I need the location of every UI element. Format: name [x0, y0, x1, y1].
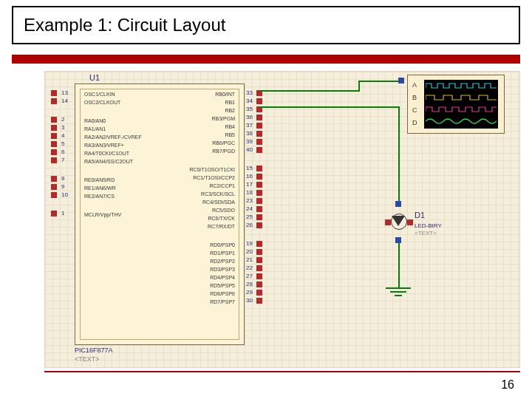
led-terminal-bottom [395, 237, 401, 243]
wave-a [426, 83, 497, 89]
led-node-left [385, 219, 391, 225]
pin-label: RD0/PSP0 [210, 242, 235, 248]
pin-number: 38 [246, 130, 253, 137]
led-refdes: D1 [415, 211, 425, 219]
pin-label: RC0/T1OSO/T1CKI [190, 167, 235, 172]
pin-number: 7 [61, 157, 64, 163]
pin-stub [256, 298, 262, 304]
wire-rb0-h1 [259, 90, 360, 92]
pin-label: RE2/AN7/CS [84, 194, 115, 199]
pin-label: RA5/AN4/SS/C2OUT [84, 159, 133, 164]
pin-stub [51, 184, 57, 190]
scope-channel-d: D [412, 119, 417, 126]
pin-stub [256, 265, 262, 271]
wire-rb2-v [398, 106, 400, 202]
pin-label: RD3/PSP3 [210, 267, 235, 272]
pin-label: RD1/PSP1 [210, 250, 235, 256]
pin-label: RB1 [225, 100, 235, 105]
wave-d [426, 118, 497, 124]
wire-led-gnd [398, 243, 400, 287]
scope-channel-b: B [412, 94, 417, 101]
pin-number: 8 [61, 175, 64, 182]
pin-label: RD7/PSP7 [210, 299, 235, 304]
pin-stub [51, 98, 57, 104]
pin-stub [51, 141, 57, 147]
pin-number: 4 [61, 132, 64, 139]
pin-label: RC2/CCP1 [209, 183, 235, 188]
chip-value: <TEXT> [75, 355, 100, 363]
pin-label: RB4 [225, 124, 235, 129]
pin-stub [51, 90, 57, 96]
pin-number: 10 [61, 191, 68, 198]
pin-number: 29 [246, 289, 253, 296]
title-underline [12, 55, 520, 64]
pin-stub [51, 149, 57, 155]
pin-stub [256, 282, 262, 287]
pin-stub [51, 192, 57, 198]
pin-stub [256, 98, 262, 104]
pin-stub [256, 139, 262, 145]
led-node-right [407, 219, 413, 225]
pin-label: RE0/AN5/RD [84, 177, 115, 183]
scope-channel-c: C [412, 106, 417, 114]
wire-rb0-v1 [358, 81, 360, 92]
pin-stub [256, 273, 262, 279]
scope-terminal-a [398, 78, 404, 83]
scope-channel-a: A [412, 81, 417, 89]
pin-number: 35 [246, 106, 253, 112]
pin-stub [51, 157, 57, 163]
pin-number: 37 [246, 122, 253, 129]
oscilloscope-screen [424, 80, 498, 129]
pin-number: 30 [246, 297, 253, 304]
led-terminal-top [395, 201, 401, 207]
pin-stub [51, 117, 57, 123]
pin-label: RB7/PGD [212, 149, 235, 154]
led-triangle [392, 216, 405, 226]
pin-label: RB6/PGC [212, 140, 235, 146]
pin-label: RA3/AN3/VREF+ [84, 143, 124, 148]
pin-number: 3 [61, 124, 64, 131]
led-type: LED-BIRY [415, 222, 442, 229]
pin-stub [256, 190, 262, 196]
pin-number: 1 [61, 210, 64, 216]
pin-number: 39 [246, 138, 253, 145]
pin-number: 13 [61, 89, 68, 96]
pin-number: 34 [246, 98, 253, 104]
pin-number: 28 [246, 281, 253, 287]
pin-number: 2 [61, 116, 64, 123]
pin-label: MCLR/Vpp/THV [84, 212, 121, 217]
pin-label: RD6/PSP6 [210, 291, 235, 296]
ground-symbol [386, 287, 411, 296]
pin-number: 15 [246, 165, 253, 171]
pin-label: RC3/SCK/SCL [201, 191, 235, 197]
pin-stub [256, 214, 262, 220]
pin-stub [256, 147, 262, 153]
pin-stub [256, 198, 262, 204]
pin-label: RA0/AN0 [84, 118, 106, 123]
pin-stub [51, 211, 57, 216]
oscilloscope: ABCD [407, 75, 505, 134]
pin-label: RA1/AN1 [84, 126, 106, 132]
chip-body: OSC1/CLKINOSC2/CLKOUTRA0/AN0RA1/AN1RA2/A… [75, 83, 245, 345]
pin-label: RC5/SDO [212, 208, 235, 213]
pin-stub [51, 125, 57, 131]
pin-label: RC1/T1OSI/CCP2 [193, 175, 235, 180]
page-number: 16 [501, 378, 514, 392]
pin-stub [256, 241, 262, 247]
slide-title: Example 1: Circuit Layout [12, 6, 520, 44]
wire-rb2-h [259, 106, 400, 108]
pin-stub [256, 249, 262, 255]
pin-number: 25 [246, 214, 253, 220]
wave-b [426, 95, 497, 100]
pin-number: 33 [246, 89, 253, 96]
pin-number: 14 [61, 98, 68, 104]
pin-label: RA4/T0CKI/C1OUT [84, 151, 129, 156]
pin-stub [51, 176, 57, 182]
pin-number: 36 [246, 114, 253, 120]
pin-label: RC7/RX/DT [208, 224, 235, 229]
pin-stub [51, 133, 57, 139]
pin-label: RD4/PSP4 [210, 275, 235, 280]
chip-refdes: U1 [89, 73, 100, 82]
pin-stub [256, 174, 262, 180]
pin-number: 19 [246, 240, 253, 247]
